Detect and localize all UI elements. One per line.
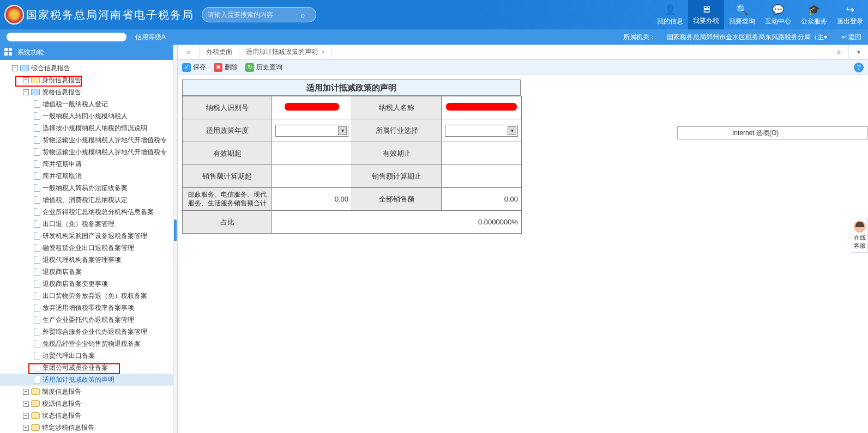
close-icon[interactable]: × <box>321 48 325 56</box>
tree-leaf[interactable]: 退税商店备案 <box>0 266 173 278</box>
tree-leaf[interactable]: 集团公司成员企业备案 <box>0 362 173 374</box>
save-button[interactable]: ✓保存 <box>182 63 206 72</box>
folder-icon <box>31 388 40 395</box>
doc-icon <box>34 340 40 347</box>
doc-icon <box>34 124 40 132</box>
help-button[interactable]: ? <box>854 63 864 72</box>
tree-leaf[interactable]: 一般纳税人简易办法征收备案 <box>0 182 173 194</box>
tree-leaf[interactable]: 企业所得税汇总纳税总分机构信息备案 <box>0 206 173 218</box>
expand-icon[interactable]: + <box>23 77 29 83</box>
tree-leaf[interactable]: 适用加计抵减政策的声明 <box>0 374 173 386</box>
org-dropdown[interactable]: 国家税务总局郑州市金水区税务局东风路税务分局（主▾ <box>667 33 827 42</box>
scholar-icon: 🎓 <box>808 4 820 16</box>
doc-icon <box>34 328 40 336</box>
expand-icon[interactable]: + <box>23 389 29 395</box>
tree-leaf[interactable]: 边贸代理出口备案 <box>0 350 173 362</box>
tree-leaf[interactable]: 免税品经营企业销售货物退税备案 <box>0 338 173 350</box>
tree-node-qualification[interactable]: −资格信息报告 <box>0 86 173 98</box>
tree-leaf[interactable]: 退税商店备案变更事项 <box>0 278 173 290</box>
folder-icon <box>31 412 40 419</box>
china-tax-logo <box>4 5 24 25</box>
back-link[interactable]: ↩ 返回 <box>838 33 861 42</box>
splitter-handle[interactable] <box>174 219 177 241</box>
doc-icon <box>34 256 40 264</box>
doc-icon <box>34 304 40 312</box>
folder-icon <box>31 77 40 83</box>
nav-interact[interactable]: 💬互动中心 <box>760 0 796 29</box>
monitor-icon: 🖥 <box>701 4 711 15</box>
splitter[interactable] <box>173 45 178 433</box>
form-title: 适用加计抵减政策的声明 <box>182 80 521 96</box>
collapse-icon[interactable]: − <box>12 65 18 71</box>
search-box[interactable]: ⌕ <box>202 7 316 22</box>
total-sales-label: 全部销售额 <box>352 188 442 211</box>
tab-menu[interactable]: ▾ <box>848 45 868 59</box>
tree-leaf[interactable]: 放弃适用增值税零税率备案事项 <box>0 302 173 314</box>
nav-public[interactable]: 🎓公众服务 <box>796 0 832 29</box>
tree-leaf[interactable]: 简并征期申请 <box>0 158 173 170</box>
tree-leaf[interactable]: 简并征期取消 <box>0 170 173 182</box>
tree-leaf[interactable]: 增值税一般纳税人登记 <box>0 98 173 110</box>
nav-query[interactable]: 🔍我要查询 <box>724 0 760 29</box>
nav-my-info[interactable]: 👤我的信息 <box>652 0 688 29</box>
sidebar-title: 系统功能 <box>0 45 173 60</box>
nav-logout[interactable]: ↪退出登录 <box>832 0 868 29</box>
expand-icon[interactable]: + <box>23 401 29 407</box>
doc-icon <box>34 136 40 144</box>
tree-node-root[interactable]: −综合信息报告 <box>0 62 173 74</box>
tree-leaf[interactable]: 增值税、消费税汇总纳税认定 <box>0 194 173 206</box>
expand-icon[interactable]: + <box>23 413 29 419</box>
function-tree[interactable]: −综合信息报告 +身份信息报告 −资格信息报告 增值税一般纳税人登记一般纳税人转… <box>0 60 173 433</box>
tree-leaf[interactable]: 外贸综合服务企业代办退税备案管理 <box>0 326 173 338</box>
folder-icon <box>31 400 40 407</box>
tab-prev[interactable]: « <box>178 45 200 59</box>
taxpayer-id-label: 纳税人识别号 <box>183 96 272 119</box>
delete-button[interactable]: ✖删除 <box>214 63 238 72</box>
valid-from-label: 有效期起 <box>183 142 272 165</box>
doc-icon <box>34 172 40 180</box>
postal-value[interactable]: 0.00 <box>272 188 352 211</box>
tree-node[interactable]: +制度信息报告 <box>0 386 173 398</box>
dropdown[interactable] <box>275 125 348 137</box>
search-icon[interactable]: ⌕ <box>300 10 305 19</box>
tree-leaf[interactable]: 退税代理机构备案管理事项 <box>0 254 173 266</box>
tree-leaf[interactable]: 生产企业委托代办退税备案管理 <box>0 314 173 326</box>
sales-from-value[interactable] <box>272 165 352 188</box>
policy-year-select[interactable] <box>272 119 352 142</box>
online-service-button[interactable]: 在线客服 <box>852 218 868 253</box>
tree-leaf[interactable]: 选择按小规模纳税人纳税的情况说明 <box>0 122 173 134</box>
search-input[interactable] <box>208 11 300 19</box>
tree-leaf[interactable]: 出口货物劳务放弃退（免）税权备案 <box>0 290 173 302</box>
logout-icon: ↪ <box>846 4 854 16</box>
tree-leaf[interactable]: 出口退（免）税备案管理 <box>0 218 173 230</box>
grid-icon <box>4 48 13 57</box>
tree-leaf[interactable]: 货物运输业小规模纳税人异地代开增值税专 <box>0 134 173 146</box>
tree-leaf[interactable]: 融资租赁企业出口退税备案管理 <box>0 242 173 254</box>
industry-select[interactable] <box>442 119 522 142</box>
main-area: « 办税桌面 适用加计抵减政策的声明× » ▾ ✓保存 ✖删除 ↻历史查询 ? … <box>178 45 868 433</box>
tree-leaf[interactable]: 一般纳税人转回小规模纳税人 <box>0 110 173 122</box>
tab-declaration[interactable]: 适用加计抵减政策的声明× <box>239 45 332 59</box>
taxpayer-id-value <box>272 96 352 119</box>
valid-from-value[interactable] <box>272 142 352 165</box>
total-sales-value[interactable]: 0.00 <box>442 188 522 211</box>
tab-more[interactable]: » <box>829 45 848 59</box>
tree-node[interactable]: +特定涉税信息报告 <box>0 422 173 433</box>
tree-node[interactable]: +税源信息报告 <box>0 398 173 410</box>
tab-bar: « 办税桌面 适用加计抵减政策的声明× » ▾ <box>178 45 868 60</box>
tab-desktop[interactable]: 办税桌面 <box>200 45 239 59</box>
internet-options-popup[interactable]: Internet 选项(O) <box>677 126 868 139</box>
tree-node-identity[interactable]: +身份信息报告 <box>0 74 173 86</box>
sales-from-label: 销售额计算期起 <box>183 165 272 188</box>
tree-leaf[interactable]: 货物运输业小规模纳税人异地代开增值税专 <box>0 146 173 158</box>
tree-leaf[interactable]: 研发机构采购国产设备退税备案管理 <box>0 230 173 242</box>
valid-to-value[interactable] <box>442 142 522 165</box>
collapse-icon[interactable]: − <box>23 89 29 95</box>
dropdown[interactable] <box>445 125 518 137</box>
nav-do-tax[interactable]: 🖥我要办税 <box>688 0 724 29</box>
expand-icon[interactable]: + <box>23 425 29 431</box>
policy-year-label: 适用政策年度 <box>183 119 272 142</box>
history-button[interactable]: ↻历史查询 <box>245 63 282 72</box>
sales-to-value[interactable] <box>442 165 522 188</box>
tree-node[interactable]: +状态信息报告 <box>0 410 173 422</box>
